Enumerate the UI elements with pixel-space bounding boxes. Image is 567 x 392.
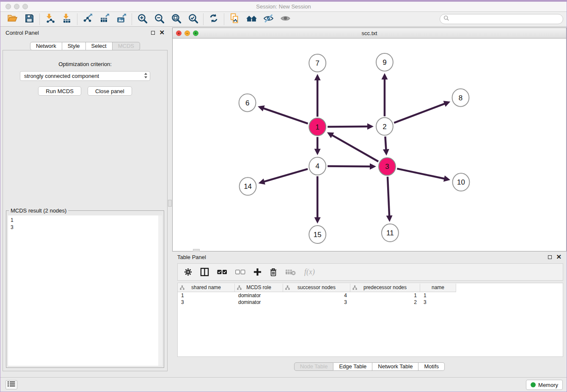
graph-edge-3-11[interactable] [386,177,393,222]
zoom-window-icon[interactable] [22,4,28,9]
gear-button[interactable] [184,268,192,276]
svg-text:8: 8 [459,94,462,102]
delete-button[interactable] [270,268,277,276]
tab-network-table[interactable]: Network Table [372,362,418,371]
graph-edge-4-15[interactable] [314,176,321,224]
graph-node-3[interactable]: 3 [379,157,396,175]
zoom-selected-button[interactable] [184,13,201,26]
zoom-out-button[interactable] [151,13,168,26]
main-toolbar [0,12,567,27]
graph-edge-1-6[interactable] [258,105,308,124]
close-view-icon[interactable]: × [176,30,182,36]
graph-node-11[interactable]: 11 [382,224,399,242]
tab-style[interactable]: Style [62,42,86,50]
graph-node-9[interactable]: 9 [376,53,393,71]
mcds-result-text[interactable]: 13 [8,215,162,366]
graph-edge-4-14[interactable] [259,169,308,185]
hide-selected-button[interactable] [260,13,277,26]
deselect-all-button[interactable] [235,270,245,275]
column-header-shared-name[interactable]: shared name [178,284,235,292]
tab-motifs[interactable]: Motifs [418,362,445,371]
float-table-panel-icon[interactable] [548,255,552,259]
graph-edge-4-3[interactable] [328,163,376,170]
close-table-panel-icon[interactable]: ✕ [556,255,561,259]
zoom-fit-icon [171,13,182,25]
column-header-predecessor-nodes[interactable]: predecessor nodes [350,284,420,292]
result-scrollbar[interactable] [158,215,162,366]
graph-node-8[interactable]: 8 [452,89,469,107]
search-input[interactable] [451,16,559,23]
import-table-button[interactable] [58,13,75,26]
export-network-button[interactable] [79,13,96,26]
zoom-in-button[interactable] [134,13,151,26]
table-row[interactable]: 3dominator323 [178,299,563,306]
graph-node-1[interactable]: 1 [309,118,326,136]
mcds-result-group: MCDS result (2 nodes) 13 [6,210,164,368]
float-panel-icon[interactable] [151,31,155,35]
export-network-icon [83,13,93,25]
export-table-button[interactable] [96,13,113,26]
graph-edge-1-7[interactable] [314,74,321,117]
task-history-button[interactable] [6,380,17,389]
graph-edge-1-2[interactable] [328,123,374,130]
close-panel-icon[interactable]: ✕ [159,30,165,35]
graph-edge-3-10[interactable] [397,168,450,182]
mcds-result-title: MCDS result (2 nodes) [9,207,68,214]
svg-text:11: 11 [386,229,394,237]
graph-node-2[interactable]: 2 [376,118,393,135]
table-panel-header: Table Panel ✕ [172,251,567,262]
tab-select[interactable]: Select [86,42,113,50]
function-fx-icon: f(x) [304,268,315,276]
graph-node-10[interactable]: 10 [453,173,470,191]
minimize-window-icon[interactable] [14,4,19,9]
graph-node-7[interactable]: 7 [309,54,326,72]
window-controls [6,4,28,9]
node-table[interactable]: shared nameMCDS rolesuccessor nodesprede… [177,283,563,357]
graph-edge-2-3[interactable] [383,136,389,155]
graph-node-15[interactable]: 15 [309,226,326,243]
select-all-button[interactable] [217,270,227,275]
column-header-MCDS-role[interactable]: MCDS role [235,284,283,292]
save-session-button[interactable] [21,13,38,26]
add-column-button[interactable] [253,268,261,276]
panel-splitter-handle[interactable] [168,200,172,207]
workspace: Control Panel ✕ NetworkStyleSelectMCDS O… [0,27,567,377]
open-session-button[interactable] [4,13,21,26]
show-all-button[interactable] [277,13,294,26]
tab-network[interactable]: Network [30,42,62,50]
memory-button[interactable]: Memory [526,380,563,390]
column-header-name[interactable]: name [420,284,456,292]
refresh-icon [209,13,219,25]
network-graph: 7968124314101511 [173,39,566,251]
column-header-successor-nodes[interactable]: successor nodes [283,284,350,292]
close-panel-button[interactable]: Close panel [88,86,132,96]
close-window-icon[interactable] [6,4,11,9]
window-title: Session: New Session [0,3,567,10]
svg-text:15: 15 [314,231,322,239]
graph-edge-3-1[interactable] [327,132,378,161]
graph-node-14[interactable]: 14 [239,177,256,195]
refresh-button[interactable] [205,13,222,26]
minimize-view-icon[interactable]: − [184,30,190,36]
home-button[interactable] [243,13,260,26]
table-row[interactable]: 1dominator411 [178,292,563,299]
search-field[interactable] [440,14,563,24]
import-network-button[interactable] [41,13,58,26]
run-mcds-button[interactable]: Run MCDS [38,86,81,96]
tab-edge-table[interactable]: Edge Table [333,362,372,371]
graph-edge-1-4[interactable] [314,137,321,155]
maximize-view-icon[interactable]: + [193,30,198,36]
tab-mcds[interactable]: MCDS [113,42,140,50]
graph-edge-2-8[interactable] [394,101,450,123]
svg-text:1: 1 [316,123,319,131]
tab-node-table[interactable]: Node Table [294,362,334,371]
export-image-button[interactable] [113,13,130,26]
graph-node-4[interactable]: 4 [309,157,326,175]
network-canvas[interactable]: 7968124314101511 [173,39,566,251]
clone-network-button[interactable] [226,13,243,26]
zoom-fit-button[interactable] [168,13,184,26]
graph-edge-2-9[interactable] [381,73,388,116]
criterion-select[interactable]: strongly connected component [20,71,150,81]
split-columns-button[interactable] [200,268,209,276]
graph-node-6[interactable]: 6 [239,94,256,112]
